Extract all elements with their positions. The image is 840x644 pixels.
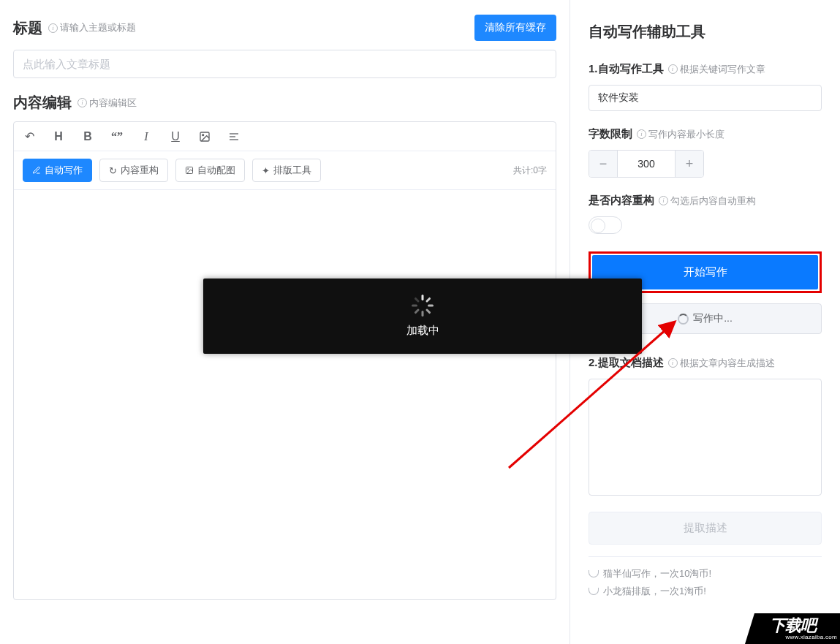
info-icon: i: [668, 64, 678, 74]
layout-tool-button[interactable]: ✦ 排版工具: [252, 159, 321, 182]
info-icon: i: [637, 129, 646, 139]
sidebar-title: 自动写作辅助工具: [589, 22, 822, 42]
stepper-increment[interactable]: +: [676, 151, 703, 177]
undo-icon[interactable]: ↶: [23, 129, 36, 143]
reconstruct-toggle[interactable]: [589, 216, 622, 234]
keyword-input[interactable]: [589, 85, 822, 111]
reconstruct-button[interactable]: ↻ 内容重构: [99, 159, 168, 182]
auto-image-button[interactable]: 自动配图: [175, 159, 245, 182]
extract-desc-hint: i 根据文章内容生成描述: [668, 357, 775, 370]
loading-spinner-icon: [412, 295, 434, 317]
content-edit-hint: i 内容编辑区: [77, 96, 137, 110]
extract-desc-label: 2.提取文档描述: [589, 356, 664, 370]
info-icon: i: [659, 196, 668, 205]
italic-icon[interactable]: I: [140, 130, 153, 143]
svg-point-6: [188, 169, 189, 170]
watermark: 下载吧 www.xiazaiba.com: [745, 613, 840, 644]
loading-text: 加载中: [406, 324, 439, 338]
wordlimit-hint: i 写作内容最小长度: [637, 128, 724, 141]
coin-icon: [589, 588, 599, 595]
image-icon[interactable]: [198, 131, 211, 143]
stepper-decrement[interactable]: −: [589, 151, 617, 177]
auto-write-button[interactable]: 自动写作: [23, 159, 92, 182]
wordlimit-input[interactable]: [617, 151, 676, 177]
align-icon[interactable]: [227, 131, 241, 143]
svg-point-1: [203, 134, 204, 135]
underline-icon[interactable]: U: [169, 130, 182, 143]
quote-icon[interactable]: “”: [110, 130, 124, 143]
bold-icon[interactable]: B: [81, 130, 94, 143]
clear-cache-button[interactable]: 清除所有缓存: [474, 15, 556, 41]
content-edit-label: 内容编辑: [13, 93, 72, 113]
format-toolbar: ↶ H B “” I U: [14, 122, 556, 151]
auto-write-tool-label: 1.自动写作工具: [589, 62, 664, 76]
wordlimit-stepper[interactable]: − +: [589, 150, 704, 178]
wordlimit-label: 字数限制: [589, 127, 632, 141]
reconstruct-toggle-hint: i 勾选后内容自动重构: [659, 194, 756, 208]
divider: [589, 556, 822, 557]
info-icon: i: [77, 98, 87, 107]
heading-icon[interactable]: H: [52, 130, 65, 143]
refresh-icon: ↻: [109, 165, 117, 176]
info-icon: i: [668, 358, 678, 368]
coin-icon: [589, 570, 599, 577]
action-toolbar: 自动写作 ↻ 内容重构 自动配图 ✦ 排版工具 共计:0字: [14, 151, 556, 190]
article-title-input[interactable]: [13, 50, 556, 78]
extract-description-button[interactable]: 提取描述: [589, 512, 822, 545]
pricing-line-2: 小龙猫排版，一次1淘币!: [589, 585, 822, 598]
reconstruct-toggle-label: 是否内容重构: [589, 194, 654, 208]
tool-icon: ✦: [262, 165, 270, 176]
editor-body[interactable]: [14, 190, 556, 599]
info-icon: i: [48, 23, 58, 33]
description-textarea[interactable]: [589, 379, 822, 496]
word-count: 共计:0字: [513, 164, 547, 177]
loading-overlay: 加载中: [203, 279, 642, 354]
spinner-icon: [678, 314, 689, 325]
title-label: 标题: [13, 18, 42, 38]
editor-container: ↶ H B “” I U 自动写作 ↻: [13, 121, 556, 600]
auto-write-tool-hint: i 根据关键词写作文章: [668, 63, 765, 76]
pricing-line-1: 猫半仙写作，一次10淘币!: [589, 567, 822, 580]
title-hint: i 请输入主题或标题: [48, 21, 136, 34]
